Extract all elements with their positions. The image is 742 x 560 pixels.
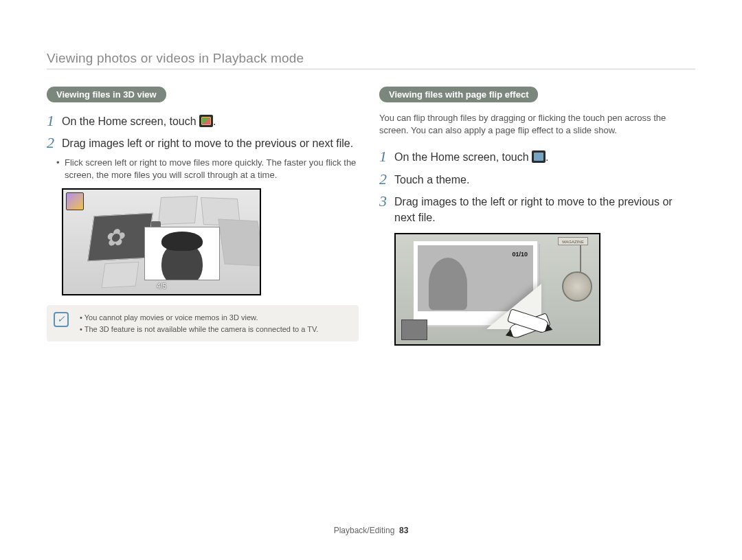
step-2-right: 2 Touch a theme. bbox=[379, 170, 691, 188]
home-pageflip-icon bbox=[532, 150, 546, 163]
pocket-watch-icon bbox=[562, 271, 592, 302]
thumb-tile-flower bbox=[87, 213, 153, 262]
step-text-part-a: On the Home screen, touch bbox=[62, 115, 199, 127]
magazine-badge: MAGAZINE bbox=[558, 237, 588, 245]
step-text-part-b: . bbox=[213, 115, 216, 127]
right-column: Viewing files with page flip effect You … bbox=[379, 87, 691, 355]
center-photo bbox=[144, 227, 220, 280]
page-title: Viewing photos or videos in Playback mod… bbox=[47, 51, 304, 66]
title-separator bbox=[47, 69, 695, 69]
step-text: Touch a theme. bbox=[394, 170, 469, 188]
screenshot-3d: 4/5 bbox=[62, 188, 261, 295]
section-header-3d: Viewing files in 3D view bbox=[47, 87, 166, 102]
portrait-silhouette bbox=[429, 258, 467, 310]
step-2-left: 2 Drag images left or right to move to t… bbox=[47, 134, 359, 152]
note-icon: ✓ bbox=[54, 312, 69, 327]
step-text-part-b: . bbox=[546, 151, 548, 163]
screenshot-3d-wrap: 4/5 bbox=[62, 188, 359, 295]
footer-page-number: 83 bbox=[399, 526, 408, 535]
step-3-right: 3 Drag images to the left or right to mo… bbox=[379, 192, 691, 225]
thumb-tile bbox=[218, 219, 261, 267]
portrait-silhouette bbox=[161, 241, 203, 280]
step-number: 2 bbox=[379, 170, 394, 188]
step-text: Drag images left or right to move to the… bbox=[62, 134, 353, 151]
section-header-pageflip: Viewing files with page flip effect bbox=[379, 87, 538, 102]
photo-counter: 4/5 bbox=[63, 282, 260, 290]
page-footer: Playback/Editing 83 bbox=[0, 526, 742, 535]
note-item: You cannot play movies or voice memos in… bbox=[80, 312, 349, 324]
step-number: 1 bbox=[379, 148, 394, 166]
note-item: The 3D feature is not available while th… bbox=[80, 324, 349, 335]
view-3d-icon bbox=[66, 192, 84, 210]
screenshot-pageflip-wrap: MAGAZINE 01/10 bbox=[394, 233, 691, 346]
note-box: ✓ You cannot play movies or voice memos … bbox=[47, 305, 359, 341]
step-text: Drag images to the left or right to move… bbox=[394, 192, 691, 225]
home-3d-icon bbox=[199, 115, 213, 127]
step-number: 2 bbox=[47, 134, 62, 152]
screenshot-pageflip: MAGAZINE 01/10 bbox=[394, 233, 600, 346]
step-number: 1 bbox=[47, 112, 62, 130]
intro-text-right: You can flip through files by dragging o… bbox=[379, 112, 691, 137]
step-number: 3 bbox=[379, 192, 394, 210]
photo-counter: 01/10 bbox=[512, 251, 528, 258]
sub-bullet-left: Flick screen left or right to move files… bbox=[47, 157, 359, 181]
step-text: On the Home screen, touch . bbox=[394, 148, 549, 165]
step-1-right: 1 On the Home screen, touch . bbox=[379, 148, 691, 166]
step-text-part-a: On the Home screen, touch bbox=[394, 151, 532, 163]
footer-section: Playback/Editing bbox=[334, 526, 395, 535]
step-1-left: 1 On the Home screen, touch . bbox=[47, 112, 359, 130]
thumb-tile bbox=[158, 196, 198, 225]
step-text: On the Home screen, touch . bbox=[62, 112, 216, 129]
thumbnail bbox=[401, 320, 427, 340]
left-column: Viewing files in 3D view 1 On the Home s… bbox=[47, 87, 359, 341]
